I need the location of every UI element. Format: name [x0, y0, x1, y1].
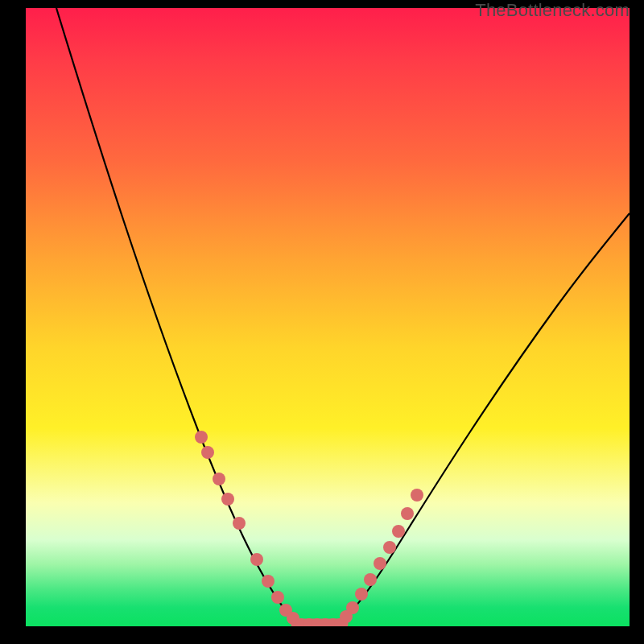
plot-area [26, 8, 630, 626]
watermark-text: TheBottleneck.com [475, 0, 630, 21]
svg-point-4 [233, 517, 246, 530]
svg-point-3 [221, 493, 234, 506]
svg-point-6 [262, 575, 275, 588]
svg-point-22 [392, 525, 405, 538]
svg-point-7 [271, 591, 284, 604]
svg-point-18 [355, 588, 368, 601]
marker-group-flat [295, 618, 345, 626]
marker-group-right [340, 489, 423, 623]
outer-frame: TheBottleneck.com [0, 0, 644, 644]
svg-point-1 [201, 446, 214, 459]
left-curve [56, 8, 304, 625]
svg-point-21 [383, 541, 396, 554]
svg-point-24 [411, 489, 423, 502]
svg-point-23 [401, 507, 414, 520]
svg-point-17 [346, 601, 359, 614]
curve-layer [26, 8, 630, 626]
svg-point-2 [213, 473, 225, 485]
svg-point-5 [250, 553, 263, 566]
svg-point-20 [374, 557, 386, 570]
svg-point-0 [195, 431, 208, 444]
svg-point-19 [364, 573, 377, 586]
